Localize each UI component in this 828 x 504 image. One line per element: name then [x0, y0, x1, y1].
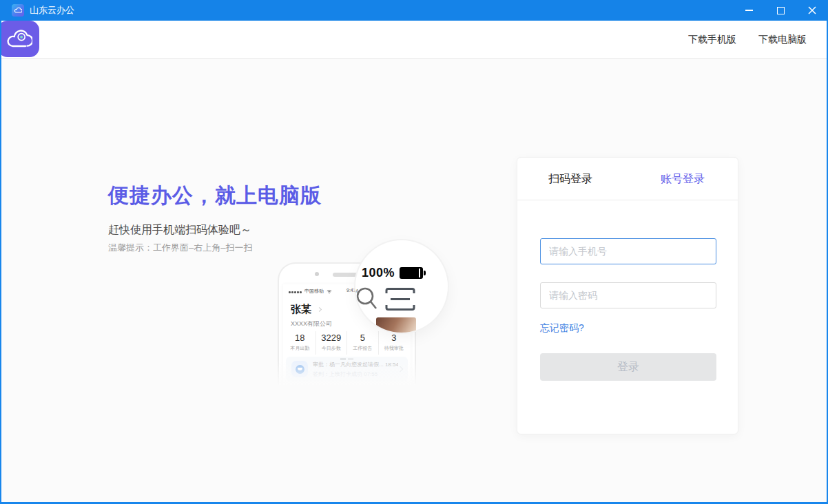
phone-speaker: [333, 273, 358, 277]
stat-value: 5: [347, 333, 378, 343]
titlebar: 山东云办公: [0, 0, 828, 21]
brand-logo: [0, 21, 39, 57]
login-card: 扫码登录 账号登录 忘记密码? 登录: [517, 157, 738, 434]
wifi-icon: [327, 289, 332, 294]
maximize-icon: [777, 7, 785, 14]
battery-icon: [400, 267, 423, 279]
close-button[interactable]: [796, 0, 828, 21]
forgot-password-link[interactable]: 忘记密码?: [540, 322, 584, 335]
header-links: 下载手机版 下载电脑版: [688, 21, 807, 59]
minimize-icon: [745, 10, 753, 11]
tab-account-login[interactable]: 账号登录: [661, 172, 705, 187]
magnifier-loupe: 9:41 AM 100%: [355, 240, 448, 333]
scan-icon: [384, 284, 416, 315]
chevron-right-icon: [317, 307, 322, 312]
phone-user-name: 张某: [291, 303, 321, 316]
minimize-button[interactable]: [733, 0, 765, 21]
stat-value: 18: [284, 333, 315, 343]
login-tabs: 扫码登录 账号登录: [517, 158, 738, 200]
stat-value: 3229: [316, 333, 347, 343]
close-icon: [808, 6, 816, 14]
phone-company: XXXX有限公司: [291, 319, 332, 328]
window-border-left: [0, 21, 1, 504]
phone-user-name-text: 张某: [291, 303, 311, 315]
window-title: 山东云办公: [30, 4, 74, 17]
app-window: 山东云办公 下载手机版 下载电脑版 便捷办公，就上电脑版 赶快使用手机端扫码体验…: [0, 0, 828, 504]
maximize-button[interactable]: [765, 0, 796, 21]
header: 下载手机版 下载电脑版: [0, 21, 828, 59]
carrier-label: 中国移动: [304, 288, 324, 295]
hero-headline: 便捷办公，就上电脑版: [108, 183, 322, 208]
stat-value: 3: [379, 333, 410, 343]
window-controls: [733, 0, 828, 21]
battery-percent: 100%: [362, 266, 395, 280]
phone-camera-icon: [315, 272, 319, 276]
hero-subtitle: 赶快使用手机端扫码体验吧～: [108, 222, 322, 238]
cloud-icon: [14, 7, 22, 14]
cloud-logo-icon: [5, 28, 32, 50]
signal-dots-icon: [289, 289, 302, 294]
phone-fade-mask: [273, 361, 422, 392]
battery-row: 100%: [362, 266, 423, 280]
hero-hint: 温馨提示：工作界面–右上角–扫一扫: [108, 242, 322, 254]
login-button[interactable]: 登录: [540, 353, 716, 381]
app-logo-icon: [12, 4, 24, 17]
phone-number-input[interactable]: [540, 238, 716, 264]
download-mobile-link[interactable]: 下载手机版: [688, 34, 736, 46]
download-desktop-link[interactable]: 下载电脑版: [758, 34, 807, 46]
hero-section: 便捷办公，就上电脑版 赶快使用手机端扫码体验吧～ 温馨提示：工作界面–右上角–扫…: [108, 183, 322, 254]
tab-scan-login[interactable]: 扫码登录: [548, 172, 592, 187]
password-input[interactable]: [540, 282, 716, 308]
